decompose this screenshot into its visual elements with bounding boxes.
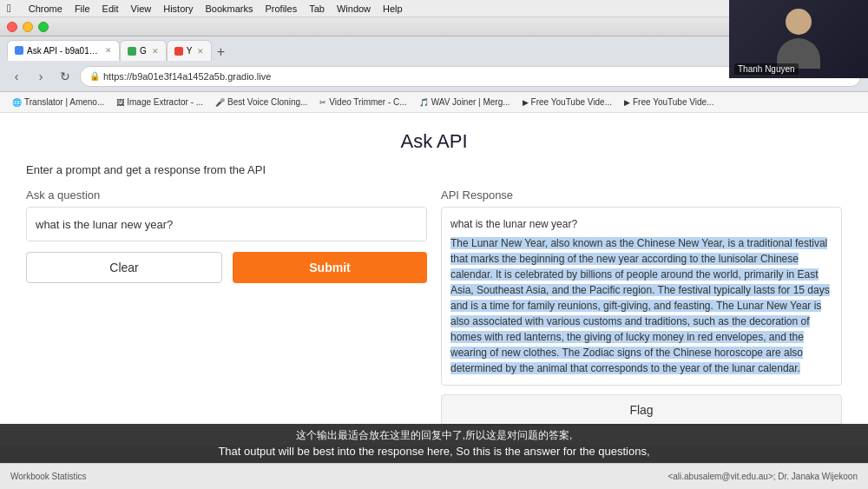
bookmark-5-icon: 🎵 <box>419 98 429 107</box>
person-silhouette <box>773 9 825 69</box>
tab-2-favicon <box>128 47 136 56</box>
new-tab-button[interactable]: + <box>212 43 229 61</box>
bookmark-7[interactable]: ▶ Free YouTube Vide... <box>619 94 719 111</box>
bookmark-1-label: Translator | Ameno... <box>24 97 104 107</box>
tab-3-label: Y <box>187 46 193 56</box>
tab-2-label: G <box>140 46 147 56</box>
bookmark-2-icon: 🖼 <box>116 98 124 107</box>
menu-chrome[interactable]: Chrome <box>29 3 62 14</box>
menu-profiles[interactable]: Profiles <box>266 3 298 14</box>
bookmark-3-icon: 🎤 <box>215 98 225 107</box>
page-content: Ask API Enter a prompt and get a respons… <box>0 113 868 446</box>
bookmark-4-icon: ✂ <box>319 98 326 107</box>
refresh-button[interactable]: ↻ <box>56 67 75 86</box>
response-question: what is the lunar new year? <box>450 216 832 232</box>
bookmarks-bar: 🌐 Translator | Ameno... 🖼 Image Extracto… <box>0 92 868 113</box>
lock-icon: 🔒 <box>89 71 100 81</box>
video-person-name: Thanh Nguyen <box>734 63 799 75</box>
maximize-button[interactable] <box>38 22 49 32</box>
menu-edit[interactable]: Edit <box>102 3 119 14</box>
tab-2-close-icon[interactable]: ✕ <box>152 47 159 56</box>
page-subtitle: Enter a prompt and get a response from t… <box>26 163 842 176</box>
right-panel: API Response what is the lunar new year?… <box>441 188 842 426</box>
bookmark-3[interactable]: 🎤 Best Voice Cloning... <box>210 94 312 111</box>
minimize-button[interactable] <box>23 22 33 32</box>
submit-button[interactable]: Submit <box>233 252 427 283</box>
bookmark-4-label: Video Trimmer - C... <box>329 97 406 107</box>
page-title: Ask API <box>26 130 842 153</box>
tab-close-icon[interactable]: ✕ <box>105 46 112 55</box>
tab-favicon <box>15 46 23 55</box>
response-label: API Response <box>441 188 842 202</box>
bookmark-2-label: Image Extractor - ... <box>127 97 203 107</box>
question-label: Ask a question <box>26 188 427 202</box>
bookmark-5[interactable]: 🎵 WAV Joiner | Merg... <box>414 94 516 111</box>
tab-3-favicon <box>174 47 183 56</box>
video-overlay: Thanh Nguyen <box>729 0 868 78</box>
menu-file[interactable]: File <box>75 3 90 14</box>
question-input[interactable] <box>26 207 427 241</box>
bookmark-4[interactable]: ✂ Video Trimmer - C... <box>314 94 411 111</box>
bookmark-1-icon: 🌐 <box>12 98 22 107</box>
subtitle-chinese: 这个输出最适合放在这里的回复中了,所以这是对问题的答案, <box>17 427 851 443</box>
menu-tab[interactable]: Tab <box>309 3 325 14</box>
bookmark-6-icon: ▶ <box>523 98 529 107</box>
tab-3[interactable]: Y ✕ <box>167 40 213 61</box>
menu-bookmarks[interactable]: Bookmarks <box>205 3 253 14</box>
menu-help[interactable]: Help <box>383 3 403 14</box>
forward-button[interactable]: › <box>31 67 50 86</box>
menu-window[interactable]: Window <box>337 3 371 14</box>
bookmark-3-label: Best Voice Cloning... <box>227 97 307 107</box>
tab-active[interactable]: Ask API - b9a01e3f14a1452... ✕ <box>7 40 120 61</box>
bookmark-7-label: Free YouTube Vide... <box>633 97 713 107</box>
response-text: The Lunar New Year, also known as the Ch… <box>450 237 830 374</box>
back-button[interactable]: ‹ <box>7 67 26 86</box>
main-layout: Ask a question Clear Submit API Response… <box>26 188 842 426</box>
tab-label: Ask API - b9a01e3f14a1452... <box>27 46 100 56</box>
menu-view[interactable]: View <box>131 3 152 14</box>
apple-logo:  <box>7 2 11 15</box>
bookmark-1[interactable]: 🌐 Translator | Ameno... <box>7 94 109 111</box>
flag-button[interactable]: Flag <box>441 394 842 426</box>
bookmark-2[interactable]: 🖼 Image Extractor - ... <box>111 94 208 111</box>
bottom-label: Workbook Statistics <box>10 472 87 481</box>
close-button[interactable] <box>7 22 17 32</box>
subtitle-bar: 这个输出最适合放在这里的回复中了,所以这是对问题的答案, That output… <box>0 424 868 464</box>
tab-3-close-icon[interactable]: ✕ <box>197 47 204 56</box>
clear-button[interactable]: Clear <box>26 252 222 283</box>
tab-2[interactable]: G ✕ <box>120 40 167 61</box>
bottom-right: <ali.abusalem@vit.edu.au>; Dr. Janaka Wi… <box>667 472 858 481</box>
subtitle-english: That output will be best into the respon… <box>17 443 851 460</box>
video-feed: Thanh Nguyen <box>729 0 868 78</box>
button-row: Clear Submit <box>26 252 427 283</box>
response-box: what is the lunar new year? The Lunar Ne… <box>441 207 842 386</box>
menu-history[interactable]: History <box>163 3 193 14</box>
bookmark-7-icon: ▶ <box>624 98 630 107</box>
url-text: https://b9a01e3f14a1452a5b.gradio.live <box>103 71 271 82</box>
bookmark-5-label: WAV Joiner | Merg... <box>431 97 510 107</box>
bookmark-6-label: Free YouTube Vide... <box>531 97 612 107</box>
bookmark-6[interactable]: ▶ Free YouTube Vide... <box>517 94 617 111</box>
person-head <box>786 9 812 35</box>
bottom-bar: Workbook Statistics <ali.abusalem@vit.ed… <box>0 463 868 489</box>
left-panel: Ask a question Clear Submit <box>26 188 427 426</box>
